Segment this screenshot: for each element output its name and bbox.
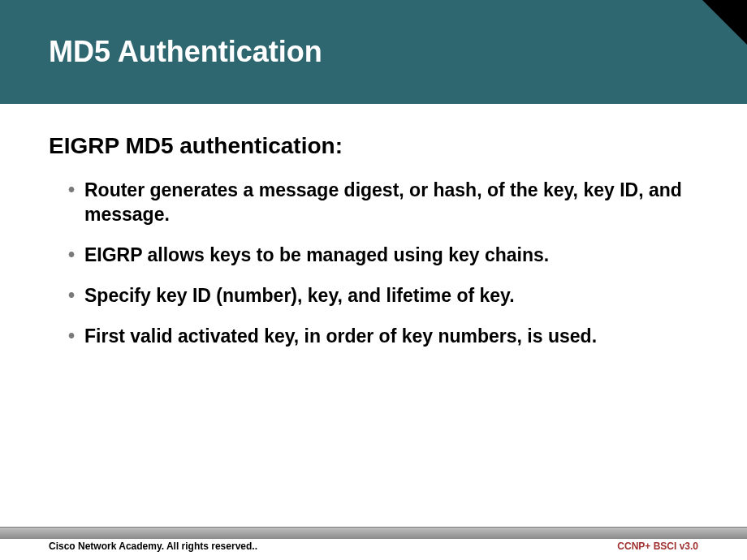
title-bar: MD5 Authentication	[0, 0, 747, 104]
bullet-list: Router generates a message digest, or ha…	[49, 179, 698, 348]
content-subtitle: EIGRP MD5 authentication:	[49, 133, 698, 159]
list-item: Specify key ID (number), key, and lifeti…	[68, 284, 698, 308]
footer-course-label: CCNP+ BSCI v3.0	[617, 541, 698, 552]
footer: Cisco Network Academy. All rights reserv…	[0, 527, 747, 552]
list-item: First valid activated key, in order of k…	[68, 325, 698, 349]
footer-row: Cisco Network Academy. All rights reserv…	[0, 540, 747, 552]
list-item: EIGRP allows keys to be managed using ke…	[68, 243, 698, 268]
slide-container: MD5 Authentication EIGRP MD5 authenticat…	[0, 0, 747, 560]
content-area: EIGRP MD5 authentication: Router generat…	[0, 104, 747, 348]
footer-divider	[0, 527, 747, 540]
list-item: Router generates a message digest, or ha…	[68, 179, 698, 227]
corner-decoration	[702, 0, 747, 45]
slide-title: MD5 Authentication	[49, 35, 322, 69]
footer-copyright: Cisco Network Academy. All rights reserv…	[49, 541, 257, 552]
